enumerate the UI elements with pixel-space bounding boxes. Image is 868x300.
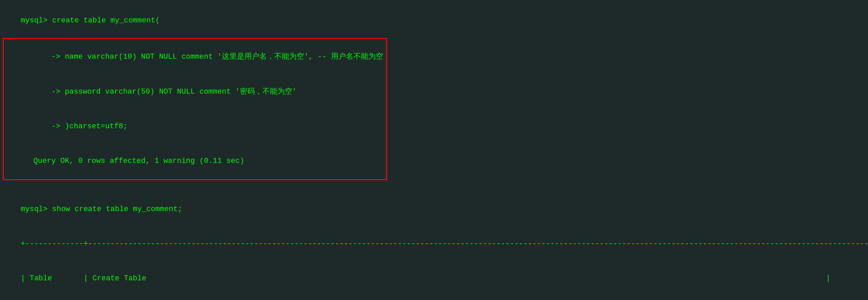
text-cmd1: mysql> create table my_comment( (21, 16, 160, 25)
line-sep2: +-------------+-------------------------… (0, 296, 868, 300)
text-cmd4: -> )charset=utf8; (33, 122, 127, 131)
line-blank (0, 180, 868, 192)
line-show-cmd: mysql> show create table my_comment; (0, 192, 868, 227)
text-query-ok: Query OK, 0 rows affected, 1 warning (0.… (33, 157, 244, 165)
text-cmd3: -> password varchar(50) NOT NULL comment… (33, 88, 297, 96)
redbox-create-table: -> name varchar(10) NOT NULL comment '这里… (3, 38, 387, 180)
line-cmd1: mysql> create table my_comment( (0, 3, 868, 38)
line-cmd3: -> password varchar(50) NOT NULL comment… (6, 75, 383, 109)
text-header-table: | Table | Create Table (21, 274, 146, 283)
line-cmd4: -> )charset=utf8; (6, 109, 383, 144)
text-sep1: +-------------+-------------------------… (21, 240, 868, 248)
terminal-window: mysql> create table my_comment( -> name … (0, 0, 868, 300)
line-sep1: +-------------+-------------------------… (0, 227, 868, 261)
text-cmd2: -> name varchar(10) NOT NULL comment '这里… (33, 53, 383, 61)
text-header-right: | (146, 274, 830, 283)
line-header: | Table | Create Table| (0, 261, 868, 296)
line-query-ok: Query OK, 0 rows affected, 1 warning (0.… (6, 144, 383, 179)
text-show-cmd: mysql> show create table my_comment; (21, 205, 182, 213)
line-cmd2: -> name varchar(10) NOT NULL comment '这里… (6, 40, 383, 74)
